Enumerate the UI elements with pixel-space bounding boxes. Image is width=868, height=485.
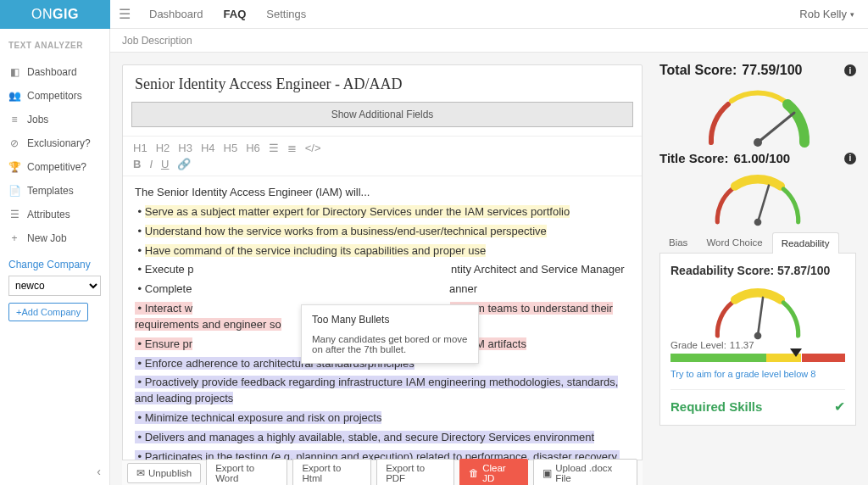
- heading-h1[interactable]: H1: [133, 142, 147, 154]
- bullet-line: • Serve as a subject matter expert for D…: [135, 204, 630, 220]
- nav-faq[interactable]: FAQ: [224, 8, 247, 20]
- tooltip-body: Many candidates get bored or move on aft…: [312, 334, 468, 354]
- sidebar-item-dashboard[interactable]: ◧Dashboard: [8, 60, 101, 84]
- grade-marker-icon: [790, 348, 802, 357]
- caret-down-icon: ▾: [850, 10, 854, 19]
- grade-level-bar: [670, 354, 845, 362]
- nav-dashboard[interactable]: Dashboard: [149, 8, 203, 20]
- sidebar-item-templates[interactable]: 📄Templates: [8, 179, 101, 203]
- bullet-line: • Understand how the service works from …: [135, 224, 630, 240]
- export-html-button[interactable]: Export to Html: [292, 459, 371, 486]
- envelope-icon: ✉: [136, 467, 145, 479]
- tooltip-too-many-bullets: Too Many Bullets Many candidates get bor…: [301, 304, 479, 364]
- bullet-text-pre: Interact w: [145, 302, 192, 315]
- title-score-gauge: [659, 170, 856, 226]
- bullet-line: • Execute pXXXXXXXXXXXXXXXXXXXXXXXXXXXXX…: [135, 262, 630, 278]
- info-icon[interactable]: i: [844, 64, 856, 76]
- bullet-text: Have command of the service including it…: [145, 244, 487, 257]
- sidebar-item-new-job[interactable]: +New Job: [8, 226, 101, 250]
- add-company-button[interactable]: +Add Company: [8, 303, 88, 321]
- main: Job Description Senior Identity Access E…: [110, 29, 868, 485]
- code-icon[interactable]: </>: [305, 142, 321, 154]
- bullet-list-icon[interactable]: ☰: [269, 142, 279, 154]
- sidebar-item-label: Competitors: [27, 90, 82, 102]
- link-icon[interactable]: 🔗: [177, 158, 191, 170]
- bold-icon[interactable]: B: [133, 158, 141, 170]
- heading-h5[interactable]: H5: [224, 142, 238, 154]
- sidebar-item-attributes[interactable]: ☰Attributes: [8, 203, 101, 226]
- heading-h2[interactable]: H2: [156, 142, 170, 154]
- bullet-line: • Minimize technical exposure and risk o…: [135, 410, 630, 426]
- svg-line-5: [758, 298, 763, 336]
- sidebar-item-jobs[interactable]: ≡Jobs: [8, 108, 101, 131]
- btn-label: Unpublish: [148, 468, 192, 478]
- job-title: Senior Identity Access Engineer - AD/AAD: [123, 65, 642, 102]
- upload-docx-button[interactable]: ▣Upload .docx File: [533, 459, 637, 486]
- required-skills-label: Required Skills: [670, 399, 762, 414]
- change-company-link[interactable]: Change Company: [8, 259, 101, 270]
- info-icon[interactable]: i: [844, 153, 856, 164]
- bullet-line: • CompleteXXXXXXXXXXXXXXXXXXXXXXXXXXXXXX…: [135, 282, 630, 298]
- svg-line-3: [758, 186, 769, 222]
- sidebar-item-label: Jobs: [27, 114, 48, 125]
- clear-jd-button[interactable]: 🗑Clear JD: [459, 459, 528, 486]
- italic-icon[interactable]: I: [149, 158, 153, 170]
- sidebar-item-label: New Job: [27, 232, 67, 244]
- heading-h4[interactable]: H4: [201, 142, 215, 154]
- logo[interactable]: ONGIG: [0, 0, 110, 29]
- required-skills-row[interactable]: Required Skills ✔: [670, 389, 845, 415]
- sidebar-item-competitive[interactable]: 🏆Competitive?: [8, 155, 101, 179]
- bullet-line: • Proactively provide feedback regarding…: [135, 375, 630, 407]
- ordered-list-icon[interactable]: ≣: [287, 142, 297, 154]
- check-icon: ✔: [834, 399, 845, 415]
- bullet-text: Understand how the service works from a …: [145, 225, 547, 237]
- bullet-line: • Delivers and manages a highly availabl…: [135, 430, 630, 446]
- sidebar-item-label: Competitive?: [27, 161, 86, 173]
- export-bar: ✉Unpublish Export to Word Export to Html…: [122, 460, 643, 485]
- total-score-value: 77.59/100: [742, 63, 802, 78]
- grade-hint-link[interactable]: Try to aim for a grade level below 8: [670, 369, 845, 379]
- sidebar-collapse-icon[interactable]: ‹: [97, 465, 101, 478]
- heading-h3[interactable]: H3: [178, 142, 192, 154]
- sidebar-item-label: Exclusionary?: [27, 137, 91, 149]
- user-name: Rob Kelly: [799, 8, 847, 20]
- bullet-text-post: anner: [449, 282, 477, 295]
- show-additional-button[interactable]: Show Additional Fields: [131, 102, 633, 127]
- company-select[interactable]: newco: [8, 276, 101, 296]
- readability-score-value: 57.87/100: [777, 264, 830, 277]
- user-dropdown[interactable]: Rob Kelly ▾: [799, 8, 854, 20]
- sidebar-item-competitors[interactable]: 👥Competitors: [8, 84, 101, 108]
- file-icon: 📄: [8, 185, 20, 197]
- ban-icon: ⊘: [8, 137, 20, 149]
- logo-on: ON: [31, 7, 53, 22]
- bars-icon: ☰: [8, 209, 20, 220]
- content-row: Senior Identity Access Engineer - AD/AAD…: [110, 53, 868, 485]
- readability-gauge: [670, 284, 845, 340]
- export-pdf-button[interactable]: Export to PDF: [376, 459, 454, 486]
- tab-readability[interactable]: Readability: [772, 232, 839, 254]
- tab-bias[interactable]: Bias: [659, 231, 697, 253]
- tab-word-choice[interactable]: Word Choice: [697, 231, 771, 253]
- editor-column: Senior Identity Access Engineer - AD/AAD…: [110, 53, 651, 485]
- bullet-text-pre: Execute p: [145, 263, 194, 276]
- grade-level-label: Grade Level:: [670, 340, 726, 350]
- underline-icon[interactable]: U: [161, 158, 169, 170]
- export-word-button[interactable]: Export to Word: [206, 459, 287, 486]
- sidebar-section-title: TEXT ANALYZER: [8, 41, 101, 50]
- heading-h6[interactable]: H6: [246, 142, 260, 154]
- title-score-heading: Title Score: 61.00/100 i: [659, 151, 856, 165]
- intro-line: The Senior Identity Access Engineer (IAM…: [135, 185, 630, 201]
- sidebar-item-label: Dashboard: [27, 66, 77, 78]
- users-icon: 👥: [8, 90, 20, 102]
- readability-score-label: Readability Score:: [670, 264, 774, 277]
- bullet-text-post: ntity Architect and Service Manager: [451, 263, 625, 276]
- plus-icon: +: [8, 232, 20, 244]
- nav-settings[interactable]: Settings: [266, 8, 306, 20]
- unpublish-button[interactable]: ✉Unpublish: [127, 463, 201, 483]
- sidebar-item-exclusionary[interactable]: ⊘Exclusionary?: [8, 131, 101, 155]
- menu-toggle-icon[interactable]: ☰: [110, 0, 139, 29]
- bullet-text: Proactively provide feedback regarding i…: [135, 376, 618, 404]
- tooltip-title: Too Many Bullets: [312, 314, 468, 326]
- trophy-icon: 🏆: [8, 161, 20, 173]
- bullet-line: • Have command of the service including …: [135, 243, 630, 259]
